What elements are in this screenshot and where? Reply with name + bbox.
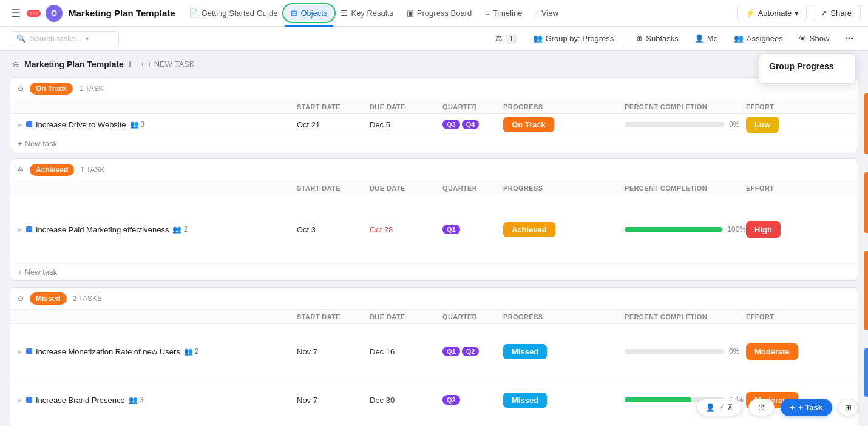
add-view-btn[interactable]: + View	[529, 5, 563, 21]
key-results-icon: ☰	[341, 8, 348, 18]
col-quarter: QUARTER	[442, 313, 503, 320]
task-quarters: Q2	[442, 395, 503, 405]
notification-badge: 212	[27, 10, 41, 17]
automate-button[interactable]: ⚡ Automate ▾	[737, 5, 807, 21]
task-name-cell: ▶ Increase Monetization Rate of new User…	[18, 347, 297, 356]
subtasks-icon: ⊕	[636, 34, 643, 43]
col-quarter: QUARTER	[442, 103, 503, 110]
plus-icon: +	[534, 8, 539, 18]
task-start-date: Oct 3	[297, 225, 370, 234]
right-accent-missed	[864, 251, 868, 330]
group-collapse-btn[interactable]: ⊖	[18, 294, 24, 303]
task-name: Increase Monetization Rate of new Users	[36, 347, 180, 356]
col-quarter: QUARTER	[442, 184, 503, 192]
task-expand-btn[interactable]: ▶	[18, 397, 22, 404]
task-color-dot	[26, 121, 32, 127]
progress-badge: Missed	[503, 344, 547, 359]
new-task-button[interactable]: + + NEW TASK	[137, 58, 198, 70]
col-pct: PERCENT COMPLETION	[625, 184, 746, 192]
progress-board-icon: ▣	[407, 8, 414, 18]
group-by-btn[interactable]: 👥 Group by: Progress	[528, 32, 619, 46]
progress-pct: 0%	[729, 347, 746, 356]
project-title: Marketing Plan Template	[24, 59, 124, 69]
plus-icon: +	[18, 139, 22, 148]
quarter-tag-q2: Q2	[462, 347, 480, 356]
task-color-dot	[26, 397, 32, 403]
assignees-icon: 👥	[130, 120, 139, 129]
group-collapse-btn[interactable]: ⊖	[18, 166, 24, 174]
group-collapse-btn[interactable]: ⊖	[18, 84, 24, 93]
col-task-name	[18, 313, 297, 320]
progress-badge: Achieved	[503, 222, 555, 237]
progress-bar-bg	[625, 122, 724, 127]
info-icon[interactable]: ℹ	[129, 60, 132, 69]
quarter-tag-q1: Q1	[442, 347, 460, 356]
user-icon: 👤	[705, 403, 715, 412]
task-color-dot	[26, 348, 32, 354]
hamburger-menu[interactable]: ☰	[7, 5, 24, 22]
subtasks-btn[interactable]: ⊕ Subtasks	[631, 32, 683, 46]
task-quarters: Q1 Q2	[442, 347, 503, 356]
more-icon: •••	[845, 34, 853, 43]
col-start: START DATE	[297, 313, 370, 320]
toolbar: 🔍 Search tasks... ▾ ⚖ 1 👥 Group by: Prog…	[0, 27, 868, 51]
toolbar-divider	[625, 33, 625, 45]
grid-view-btn[interactable]: ⊞	[838, 399, 858, 416]
col-headers-achieved: START DATE DUE DATE QUARTER PROGRESS PER…	[10, 181, 858, 195]
tab-getting-started[interactable]: 📄 Getting Started Guide	[183, 5, 284, 21]
progress-badge: Missed	[503, 393, 547, 408]
share-button[interactable]: ↗ Share	[812, 5, 861, 21]
group-task-count: 2 TASKS	[73, 294, 102, 303]
getting-started-icon: 📄	[189, 8, 198, 18]
tab-progress-board[interactable]: ▣ Progress Board	[401, 5, 478, 21]
plus-icon: +	[18, 268, 22, 277]
group-badge-on-track: On Track	[30, 83, 73, 95]
more-options-btn[interactable]: •••	[840, 32, 858, 46]
add-task-on-track[interactable]: + New task	[10, 135, 858, 152]
app-title: Marketing Plan Template	[69, 8, 175, 18]
task-percent: 0%	[625, 347, 746, 356]
task-color-dot	[26, 226, 32, 232]
filter-btn[interactable]: ⚖ 1	[490, 32, 522, 46]
col-start: START DATE	[297, 184, 370, 192]
task-progress: Missed	[503, 396, 625, 405]
task-expand-btn[interactable]: ▶	[18, 121, 22, 128]
add-task-achieved[interactable]: + New task	[10, 264, 858, 280]
task-expand-btn[interactable]: ▶	[18, 348, 22, 355]
show-btn[interactable]: 👁 Show	[794, 32, 835, 46]
add-task-floating-btn[interactable]: + + Task	[781, 399, 832, 416]
assignees-btn[interactable]: 👥 Assignees	[729, 32, 788, 46]
task-start-date: Nov 7	[297, 396, 370, 405]
col-headers-on-track: START DATE DUE DATE QUARTER PROGRESS PER…	[10, 100, 858, 114]
grid-icon: ⊞	[845, 403, 852, 412]
task-name-cell: ▶ Increase Paid Marketing effectiveness …	[18, 225, 297, 234]
project-collapse-btn[interactable]: ⊖	[12, 59, 19, 69]
task-row: ▶ Increase Drive to Website 👥 3 Oct 21 D…	[10, 114, 858, 135]
tab-timeline[interactable]: ≡ Timeline	[479, 5, 528, 21]
progress-bar-fill	[625, 227, 722, 232]
task-count-btn[interactable]: 👤 7 ⊼	[696, 399, 742, 416]
group-task-count: 1 TASK	[80, 166, 104, 174]
col-effort: EFFORT	[746, 184, 858, 192]
col-pct: PERCENT COMPLETION	[625, 313, 746, 320]
search-box[interactable]: 🔍 Search tasks... ▾	[10, 31, 119, 46]
quarter-tag-q3: Q3	[442, 120, 460, 129]
col-progress: PROGRESS	[503, 103, 625, 110]
timer-btn[interactable]: ⏱	[748, 399, 775, 416]
right-accent-on-track	[864, 93, 868, 154]
group-achieved: ⊖ Achieved 1 TASK START DATE DUE DATE QU…	[10, 158, 858, 281]
tab-key-results[interactable]: ☰ Key Results	[334, 5, 399, 21]
group-task-count: 1 TASK	[79, 84, 103, 93]
tab-objects[interactable]: ⊞ Objects	[285, 5, 333, 21]
task-expand-btn[interactable]: ▶	[18, 226, 22, 233]
col-due: DUE DATE	[370, 184, 442, 192]
task-quarters: Q3 Q4	[442, 120, 503, 129]
automate-icon: ⚡	[745, 8, 755, 18]
task-due-date-overdue: Oct 28	[370, 225, 442, 234]
quarter-tag-q4: Q4	[462, 120, 480, 129]
me-btn[interactable]: 👤 Me	[690, 32, 723, 46]
col-start: START DATE	[297, 103, 370, 110]
collapse-icon: ⊼	[727, 403, 733, 412]
task-effort: High	[746, 225, 858, 234]
add-task-missed[interactable]: + New task	[10, 421, 858, 426]
